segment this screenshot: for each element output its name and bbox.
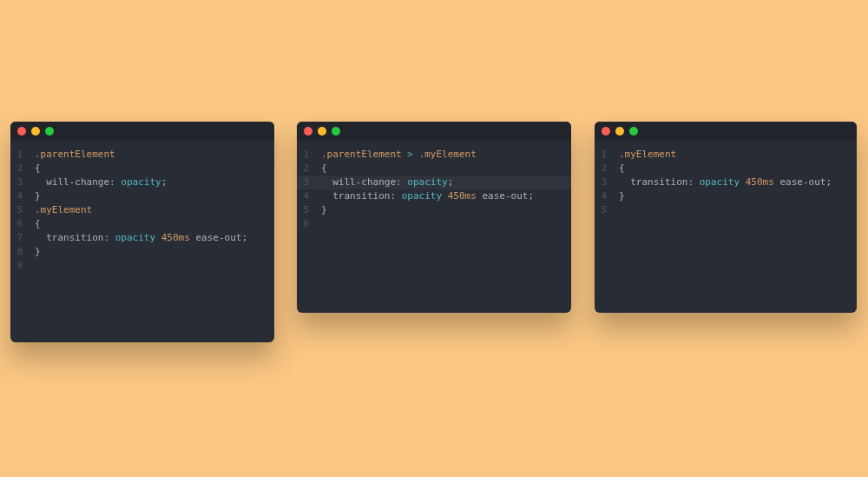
code-line[interactable]: 7 transition: opacity 450ms ease-out; — [10, 231, 274, 245]
line-number: 1 — [297, 148, 316, 162]
line-number: 5 — [10, 203, 30, 217]
line-source: transition: opacity 450ms ease-out; — [30, 231, 247, 245]
line-number: 2 — [297, 162, 316, 176]
code-line[interactable]: 3 transition: opacity 450ms ease-out; — [595, 176, 857, 189]
line-number: 6 — [297, 217, 316, 231]
traffic-light-close-icon[interactable] — [602, 127, 610, 136]
line-source: } — [316, 203, 327, 217]
code-line[interactable]: 1.parentElement — [10, 148, 274, 162]
line-source: .myElement — [614, 148, 676, 162]
line-number: 1 — [595, 148, 614, 162]
line-number: 4 — [10, 189, 30, 203]
code-line[interactable]: 1.parentElement > .myElement — [297, 148, 571, 162]
line-source: } — [30, 189, 41, 203]
code-window: 1.parentElement2{3 will-change: opacity;… — [10, 122, 274, 342]
line-source: { — [30, 217, 41, 231]
line-source: .parentElement — [30, 148, 115, 162]
code-window: 1.myElement2{3 transition: opacity 450ms… — [595, 122, 857, 313]
line-number: 3 — [595, 176, 614, 189]
line-number: 8 — [10, 245, 30, 259]
line-source: { — [614, 162, 625, 176]
code-line[interactable]: 4} — [10, 189, 274, 203]
code-line[interactable]: 2{ — [297, 162, 571, 176]
code-line[interactable]: 3 will-change: opacity; — [10, 176, 274, 189]
line-source: transition: opacity 450ms ease-out; — [614, 176, 832, 189]
code-line[interactable]: 1.myElement — [595, 148, 857, 162]
code-line[interactable]: 2{ — [10, 162, 274, 176]
traffic-light-minimize-icon[interactable] — [615, 127, 624, 136]
line-source: .myElement — [30, 203, 92, 217]
code-area[interactable]: 1.parentElement > .myElement2{3 will-cha… — [297, 141, 571, 238]
line-source: will-change: opacity; — [316, 176, 453, 189]
line-number: 5 — [595, 203, 614, 217]
line-number: 5 — [297, 203, 316, 217]
window-titlebar — [595, 122, 857, 141]
code-area[interactable]: 1.parentElement2{3 will-change: opacity;… — [10, 141, 274, 280]
line-number: 4 — [595, 189, 614, 203]
line-source: .parentElement > .myElement — [316, 148, 477, 162]
window-titlebar — [297, 122, 571, 141]
traffic-light-close-icon[interactable] — [17, 127, 26, 136]
code-line[interactable]: 6{ — [10, 217, 274, 231]
line-number: 3 — [297, 176, 316, 189]
code-line[interactable]: 5.myElement — [10, 203, 274, 217]
traffic-light-close-icon[interactable] — [304, 127, 312, 136]
line-number: 9 — [10, 259, 30, 273]
line-source — [30, 259, 35, 273]
traffic-light-zoom-icon[interactable] — [332, 127, 340, 136]
code-line[interactable]: 4} — [595, 189, 857, 203]
line-source: will-change: opacity; — [30, 176, 167, 189]
line-number: 1 — [10, 148, 30, 162]
stage: 1.parentElement2{3 will-change: opacity;… — [0, 0, 868, 477]
line-number: 4 — [297, 189, 316, 203]
code-line[interactable]: 6 — [297, 217, 571, 231]
line-source: } — [30, 245, 41, 259]
line-number: 3 — [10, 176, 30, 189]
window-titlebar — [10, 122, 274, 141]
traffic-light-zoom-icon[interactable] — [45, 127, 54, 136]
traffic-light-minimize-icon[interactable] — [318, 127, 326, 136]
line-number: 2 — [595, 162, 614, 176]
traffic-light-zoom-icon[interactable] — [629, 127, 638, 136]
traffic-light-minimize-icon[interactable] — [31, 127, 40, 136]
code-line[interactable]: 9 — [10, 259, 274, 273]
code-line[interactable]: 3 will-change: opacity; — [297, 176, 571, 189]
line-number: 7 — [10, 231, 30, 245]
code-line[interactable]: 8} — [10, 245, 274, 259]
code-window: 1.parentElement > .myElement2{3 will-cha… — [297, 122, 571, 313]
code-line[interactable]: 2{ — [595, 162, 857, 176]
line-source — [316, 217, 321, 231]
code-line[interactable]: 5 — [595, 203, 857, 217]
code-line[interactable]: 5} — [297, 203, 571, 217]
code-area[interactable]: 1.myElement2{3 transition: opacity 450ms… — [595, 141, 857, 224]
line-number: 2 — [10, 162, 30, 176]
line-number: 6 — [10, 217, 30, 231]
code-line[interactable]: 4 transition: opacity 450ms ease-out; — [297, 189, 571, 203]
line-source: { — [30, 162, 41, 176]
line-source: } — [614, 189, 625, 203]
line-source — [614, 203, 619, 217]
line-source: transition: opacity 450ms ease-out; — [316, 189, 534, 203]
line-source: { — [316, 162, 327, 176]
